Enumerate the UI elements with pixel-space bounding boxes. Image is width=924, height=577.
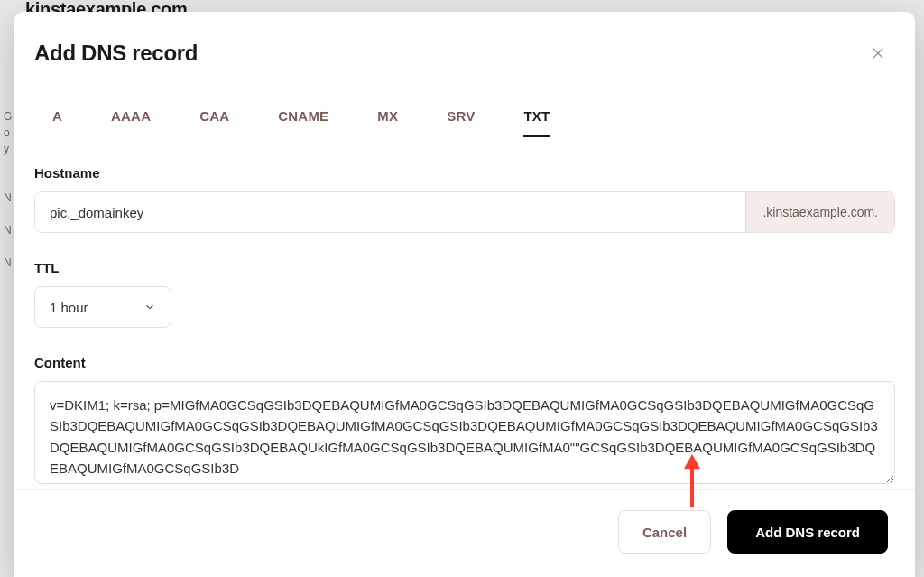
tab-caa[interactable]: CAA bbox=[199, 108, 229, 137]
tab-cname[interactable]: CNAME bbox=[278, 108, 328, 137]
hostname-row: .kinstaexample.com. bbox=[34, 191, 895, 233]
hostname-input[interactable] bbox=[35, 192, 745, 232]
modal-footer: Cancel Add DNS record bbox=[14, 489, 915, 577]
content-textarea[interactable] bbox=[34, 381, 895, 484]
content-label: Content bbox=[34, 355, 895, 370]
record-type-tabs: A AAAA CAA CNAME MX SRV TXT bbox=[34, 88, 895, 138]
close-icon[interactable] bbox=[870, 45, 886, 61]
modal-header: Add DNS record bbox=[14, 12, 915, 88]
ttl-select[interactable]: 1 hour bbox=[34, 286, 171, 328]
hostname-field: Hostname .kinstaexample.com. bbox=[34, 165, 895, 233]
tab-aaaa[interactable]: AAAA bbox=[111, 108, 151, 137]
hostname-label: Hostname bbox=[34, 165, 895, 181]
ttl-label: TTL bbox=[34, 260, 895, 275]
cancel-button[interactable]: Cancel bbox=[618, 510, 711, 554]
ttl-field: TTL 1 hour bbox=[34, 260, 895, 328]
tab-mx[interactable]: MX bbox=[377, 108, 398, 137]
content-field: Content bbox=[34, 355, 895, 488]
add-dns-record-modal: Add DNS record A AAAA CAA CNAME MX SRV T… bbox=[14, 12, 915, 577]
hostname-suffix: .kinstaexample.com. bbox=[745, 192, 894, 232]
background-left-edge: G o y N N N bbox=[4, 108, 12, 271]
ttl-value: 1 hour bbox=[50, 300, 88, 315]
tab-txt[interactable]: TXT bbox=[523, 108, 550, 137]
tab-srv[interactable]: SRV bbox=[447, 108, 475, 137]
modal-body: A AAAA CAA CNAME MX SRV TXT Hostname .ki… bbox=[14, 88, 915, 489]
chevron-down-icon bbox=[143, 301, 156, 313]
tab-a[interactable]: A bbox=[52, 108, 62, 137]
modal-title: Add DNS record bbox=[34, 41, 198, 66]
add-dns-record-button[interactable]: Add DNS record bbox=[727, 510, 888, 554]
